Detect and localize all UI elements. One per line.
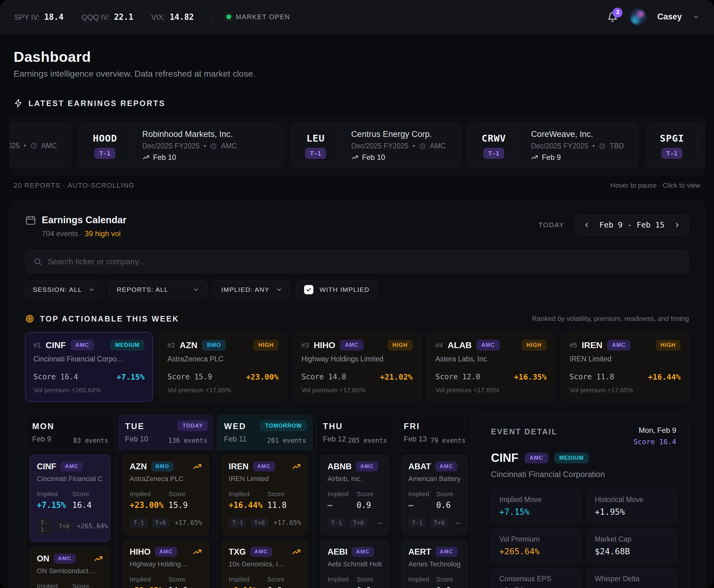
event-card[interactable]: ON AMC ON Semiconduct… (30, 547, 110, 588)
today-button[interactable]: TODAY (538, 221, 565, 229)
market-status: MARKET OPEN (226, 13, 290, 21)
session-badge: AMC (250, 547, 272, 557)
chevron-left-icon (583, 222, 590, 229)
report-card[interactable]: LEU T-1 Centrus Energy Corp. Dec/2025 FY… (291, 124, 460, 168)
event-card[interactable]: TXG AMC 10x Genomics, I… (222, 540, 308, 588)
filter-select[interactable]: IMPLIED: ANY (213, 281, 290, 299)
implied-label: Implied (37, 583, 73, 588)
session-badge: AMC (70, 340, 94, 351)
actionable-card[interactable]: #2 AZN BMO HIGH AstraZeneca PLC Score 15… (159, 332, 287, 402)
report-date-row: Feb 10 (351, 153, 446, 162)
calendar-icon (25, 214, 36, 226)
event-card[interactable]: HIHO AMC Highway Holding… (123, 540, 209, 588)
event-card[interactable]: AERT AMC Aeries Technology, Inc. (401, 540, 467, 588)
event-card[interactable]: IREN AMC IREN Limited I (222, 455, 308, 535)
score: Score 14.8 (301, 373, 346, 381)
day-column: TUE Feb 10 TODAY 136 events (118, 415, 214, 588)
app-window: SPY IV: 18.4 QQQ IV: 22.1 VIX: 14.82 MAR… (0, 0, 714, 588)
event-card-top: AEBI AMC (328, 547, 382, 557)
filter-select[interactable]: REPORTS: ALL (109, 281, 207, 299)
t-plus-0-pill: T+0 (349, 518, 367, 528)
clock-icon (599, 143, 606, 150)
page-subtitle: Earnings intelligence overview. Data ref… (14, 69, 700, 79)
stat-value: 18.4 (44, 13, 64, 22)
calendar-summary: 704 events · 39 high vol (42, 229, 126, 238)
report-card[interactable]: HOOD T-1 Robinhood Markets, Inc. Dec/202… (79, 124, 283, 168)
stat-value: $24.68B (595, 547, 668, 556)
t-minus-1-pill: T-1 (37, 518, 52, 534)
chevron-down-icon (88, 286, 95, 293)
vol-premium: Vol premium +17.65% (301, 386, 412, 394)
event-footer: T-1 T+0 — (328, 518, 382, 528)
report-meta: Dec/2025 FY2025 • TBD (531, 142, 624, 150)
actionable-card-top: #5 IREN AMC HIGH (570, 340, 680, 351)
actionable-card[interactable]: #3 HIHO AMC HIGH Highway Holdings Limite… (293, 332, 421, 402)
report-card[interactable]: SPGI T-1 S D • (646, 124, 705, 168)
stat-box: Consensus EPS $2.79 (491, 568, 581, 588)
report-session: AMC (221, 142, 237, 150)
report-ticker-block: CRWV T-1 (482, 133, 506, 159)
filter-select[interactable]: SESSION: ALL (25, 281, 103, 299)
with-implied-toggle[interactable]: WITH IMPLIED (297, 281, 378, 299)
score-label: Score (73, 490, 103, 498)
event-card-top: AZN BMO (130, 462, 202, 471)
detail-ticker-row: CINF AMC MEDIUM (491, 451, 676, 465)
notifications-button[interactable]: 3 (606, 10, 619, 24)
topbar-right: 3 Casey (606, 9, 700, 25)
event-company: Aebi Schmidt Holding… (328, 560, 382, 568)
t-minus-1-pill: T-1 (328, 518, 346, 528)
actionable-card[interactable]: #4 ALAB AMC HIGH Astera Labs, Inc. Score… (427, 332, 555, 402)
event-labels: Implied Score (130, 490, 202, 498)
actionable-card[interactable]: #5 IREN AMC HIGH IREN Limited Score 11.8… (561, 332, 689, 402)
report-card[interactable]: CRWV T-1 CoreWeave, Inc. Dec/2025 FY2025… (468, 124, 638, 168)
event-card[interactable]: ABAT AMC American Battery Tec… (401, 455, 467, 535)
day-event-count: 83 events (73, 437, 108, 444)
avatar[interactable] (630, 9, 647, 25)
day-header: MON Feb 9 83 events (25, 415, 115, 450)
event-card[interactable]: AEBI AMC Aebi Schmidt Holding… (321, 540, 389, 588)
company-name: Astera Labs, Inc. (435, 355, 547, 363)
report-card-partial[interactable]: Dec/2025 FY2025 • AMC (9, 124, 71, 168)
chevron-down-icon[interactable] (692, 13, 700, 21)
search-box (25, 250, 689, 273)
market-stat: VIX: 14.82 (151, 13, 194, 22)
event-card[interactable]: ABNB AMC Airbnb, Inc. I (321, 455, 389, 535)
next-week-button[interactable] (674, 222, 680, 229)
event-values: – 0.9 (328, 586, 382, 588)
with-implied-checkbox[interactable] (304, 285, 313, 294)
implied-label: Implied (130, 490, 168, 498)
day-name: THU (323, 422, 386, 431)
detail-heading: EVENT DETAIL (491, 426, 557, 436)
report-date: Feb 9 (542, 153, 560, 162)
event-card[interactable]: AZN BMO AstraZeneca PLC (123, 455, 209, 535)
event-labels: Implied Score (328, 490, 382, 498)
day-event-count: 79 events (430, 437, 466, 444)
session-badge: AMC (356, 462, 378, 471)
event-card-top: ON AMC (37, 554, 103, 564)
score-row: Score 15.9 +23.00% (167, 373, 279, 381)
event-card-top: AERT AMC (408, 547, 460, 557)
t-plus-0-pill: T+0 (430, 518, 448, 528)
actionable-card-top: #4 ALAB AMC HIGH (435, 340, 547, 351)
calendar-title: Earnings Calendar (42, 214, 126, 226)
stat-label: Implied Move (499, 496, 573, 504)
main-content: Dashboard Earnings intelligence overview… (0, 48, 714, 588)
trend-up-icon (531, 154, 538, 161)
detail-company: Cincinnati Financial Corporation (491, 469, 676, 479)
search-input[interactable] (48, 257, 680, 267)
day-header: WED Feb 11 TOMORROW 201 events (217, 415, 312, 450)
t-minus-badge: T-1 (483, 148, 504, 159)
score: Score 11.8 (570, 373, 614, 381)
t-minus-1-pill: T-1 (130, 518, 147, 528)
stat-value: $2.79 (499, 586, 573, 588)
prev-week-button[interactable] (583, 222, 590, 229)
implied-move: +16.44% (648, 373, 680, 381)
week-grid: MON Feb 9 83 events CINF (25, 415, 472, 588)
actionable-card[interactable]: #1 CINF AMC MEDIUM Cincinnati Financial … (25, 332, 153, 402)
events-total: 704 events · (42, 229, 83, 238)
event-card[interactable]: CINF AMC Cincinnati Financial C… (30, 455, 110, 542)
event-card-top: CINF AMC (37, 462, 103, 471)
topbar: SPY IV: 18.4 QQQ IV: 22.1 VIX: 14.82 MAR… (0, 0, 714, 34)
level-badge: HIGH (522, 340, 547, 351)
level-badge: MEDIUM (110, 340, 144, 351)
